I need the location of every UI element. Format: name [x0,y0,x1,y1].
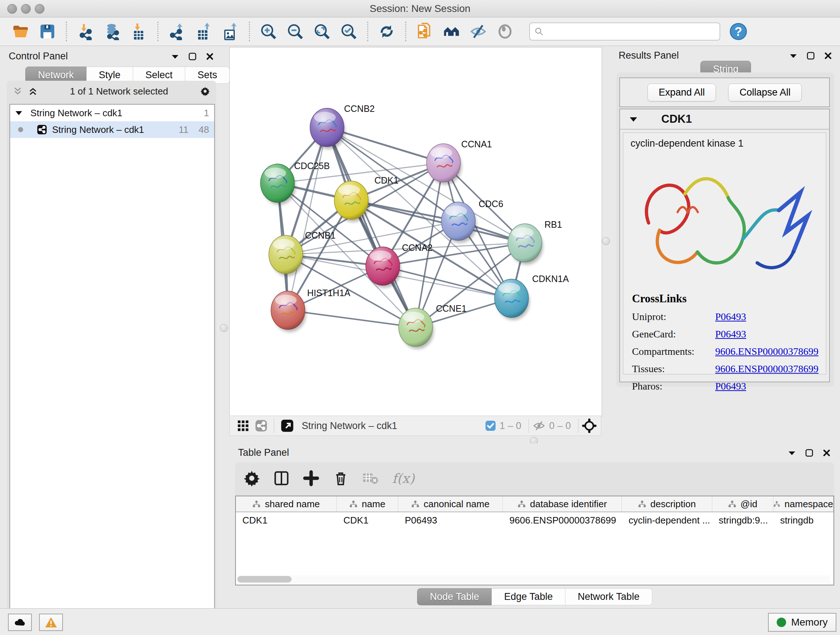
column-header-id[interactable]: @id [712,496,774,511]
open-in-window-icon[interactable] [281,419,294,432]
panel-menu-icon[interactable] [171,52,180,61]
column-header-shared-name[interactable]: shared name [236,496,337,511]
node-CCNA2[interactable] [366,247,401,288]
crosslink-link[interactable]: 9606.ENSP00000378699 [715,363,818,375]
close-panel-icon[interactable] [823,51,833,60]
column-header-namespace[interactable]: namespace [774,496,834,511]
open-session-icon[interactable] [11,21,31,42]
hscrollbar-thumb[interactable] [237,576,292,583]
edge-HIST1H1A-CCNE1[interactable] [288,310,416,327]
network-view-canvas[interactable]: CCNB2CCNA1CDC25BCDK1CDC6RB1CCNB1CCNA2CDK… [229,47,602,416]
panel-menu-icon[interactable] [789,51,798,60]
zoom-fit-icon[interactable] [312,21,332,42]
table-cell[interactable]: CDK1 [337,512,398,528]
close-panel-icon[interactable] [205,52,215,61]
import-table-icon[interactable] [129,21,149,42]
node-CDK1[interactable] [334,181,369,222]
delete-column-icon[interactable] [333,470,349,486]
table-cell[interactable]: stringdb [774,512,834,528]
node-CCNB2[interactable] [310,108,345,149]
export-image-icon[interactable] [220,21,240,42]
column-header-canonical-name[interactable]: canonical name [398,496,503,511]
node-CCNA1[interactable] [426,144,462,185]
node-RB1[interactable] [508,224,543,264]
column-header-name[interactable]: name [337,496,398,511]
refresh-icon[interactable] [377,21,397,42]
warnings-button[interactable] [39,614,63,631]
network-label: String Network – cdk1 [52,124,144,135]
export-network-icon[interactable] [167,21,187,42]
node-CCNB1[interactable] [269,235,304,276]
node-CDKN1A[interactable] [494,279,530,320]
close-panel-icon[interactable] [822,448,831,458]
table-cell[interactable]: cyclin-dependent ... [622,512,712,528]
string-document-icon[interactable] [415,21,435,42]
add-column-icon[interactable] [303,470,319,486]
node-HIST1H1A[interactable] [271,291,306,332]
show-columns-icon[interactable] [273,470,289,486]
grid-view-icon[interactable] [237,420,249,432]
node-CDC6[interactable] [441,202,477,243]
home-networks-icon[interactable] [441,21,462,42]
tab-node-table[interactable]: Node Table [417,588,492,605]
column-header-database-identifier[interactable]: database identifier [503,496,622,511]
column-header-description[interactable]: description [622,496,712,511]
string-view-icon[interactable] [255,420,267,432]
gear-icon[interactable] [201,87,210,96]
network-row[interactable]: String Network – cdk1 11 48 [10,121,214,138]
column-label: namespace [785,499,833,510]
node-CCNE1[interactable] [399,308,434,349]
string-network-graph[interactable]: CCNB2CCNA1CDC25BCDK1CDC6RB1CCNB1CCNA2CDK… [230,48,602,416]
node-CDC25B[interactable] [261,164,295,205]
crosslink-link[interactable]: P06493 [715,311,746,323]
table-cell[interactable]: stringdb:9... [712,512,774,528]
search-field[interactable] [529,22,720,41]
function-builder-icon[interactable]: f(x) [392,471,415,486]
table-settings-gear-icon[interactable] [244,470,260,486]
table-hscrollbar[interactable] [237,575,830,583]
crosslink-link[interactable]: P06493 [715,328,746,340]
save-session-icon[interactable] [37,21,57,42]
selected-checkbox-icon[interactable] [485,420,496,431]
float-panel-icon[interactable] [805,448,814,458]
collapse-triangle-icon[interactable] [15,111,22,116]
crosslink-label: Compartments: [632,346,715,357]
expand-all-icon[interactable] [28,87,38,96]
network-collection-row[interactable]: String Network – cdk1 1 [10,105,214,121]
float-panel-icon[interactable] [806,51,815,60]
export-table-icon[interactable] [194,21,214,42]
left-splitter-handle[interactable] [220,324,228,332]
zoom-in-icon[interactable] [258,21,279,42]
panel-menu-icon[interactable] [787,448,797,458]
delete-table-icon[interactable] [363,470,378,486]
table-row[interactable]: CDK1CDK1P064939606.ENSP00000378699cyclin… [236,512,834,528]
table-cell[interactable]: 9606.ENSP00000378699 [503,512,622,528]
float-panel-icon[interactable] [188,52,197,61]
collapse-all-icon[interactable] [13,87,22,96]
crosslink-link[interactable]: 9606.ENSP00000378699 [715,346,818,357]
collapse-all-button[interactable]: Collapse All [728,84,802,101]
memory-button[interactable]: Memory [768,613,836,632]
import-network-file-icon[interactable] [75,21,95,42]
edge-CCNB2-HIST1H1A[interactable] [288,127,327,310]
hidden-eye-icon[interactable] [532,420,546,431]
cloud-button[interactable] [8,614,32,631]
show-eye-icon[interactable] [495,21,515,42]
zoom-selected-icon[interactable] [339,21,359,42]
import-network-database-icon[interactable] [102,21,122,42]
right-splitter-handle[interactable] [602,237,610,245]
help-icon[interactable]: ? [728,21,748,42]
table-cell[interactable]: P06493 [398,512,503,528]
search-input[interactable] [544,26,715,38]
crosslink-link[interactable]: P06493 [715,380,746,392]
gene-header[interactable]: CDK1 [620,109,829,130]
tab-network-table[interactable]: Network Table [565,588,652,605]
zoom-out-icon[interactable] [285,21,305,42]
birds-eye-icon[interactable] [582,418,597,433]
table-cell[interactable]: CDK1 [236,512,337,528]
tab-edge-table[interactable]: Edge Table [492,588,565,605]
node-table[interactable]: shared namenamecanonical namedatabase id… [235,496,834,585]
hide-eye-icon[interactable] [468,21,488,42]
collapse-triangle-icon[interactable] [630,117,638,122]
expand-all-button[interactable]: Expand All [647,84,716,101]
